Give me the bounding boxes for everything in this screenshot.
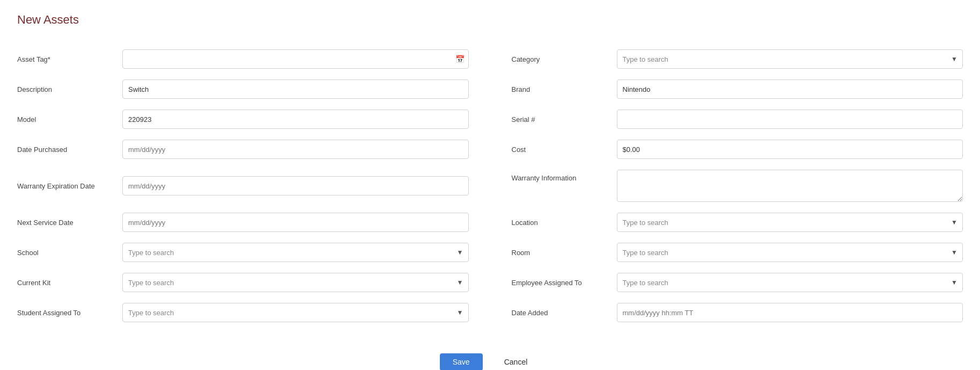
category-wrapper: Type to search ▼ [617, 49, 963, 69]
student-assigned-cell: Student Assigned To Type to search ▼ [17, 298, 490, 328]
school-label: School [17, 249, 114, 257]
student-assigned-select[interactable]: Type to search [122, 303, 469, 322]
current-kit-select[interactable]: Type to search [122, 273, 469, 292]
date-added-cell: Date Added [490, 298, 963, 328]
serial-label: Serial # [512, 115, 608, 124]
description-cell: Description [17, 74, 490, 104]
school-cell: School Type to search ▼ [17, 237, 490, 267]
category-label: Category [512, 55, 608, 63]
location-wrapper: Type to search ▼ [617, 213, 963, 232]
current-kit-label: Current Kit [17, 279, 114, 287]
page-container: New Assets Asset Tag* 📅 Category Type to… [0, 0, 980, 370]
next-service-date-cell: Next Service Date [17, 207, 490, 237]
room-cell: Room Type to search ▼ [490, 237, 963, 267]
model-label: Model [17, 115, 114, 124]
asset-tag-wrapper: 📅 [122, 49, 469, 69]
asset-tag-input[interactable] [122, 49, 469, 69]
cancel-button[interactable]: Cancel [491, 353, 541, 370]
school-select[interactable]: Type to search [122, 243, 469, 262]
location-label: Location [512, 219, 608, 227]
warranty-expiration-input[interactable] [122, 176, 469, 195]
warranty-expiration-cell: Warranty Expiration Date [17, 164, 490, 207]
student-assigned-label: Student Assigned To [17, 309, 114, 317]
room-select[interactable]: Type to search [617, 243, 963, 262]
date-added-label: Date Added [512, 309, 608, 317]
employee-assigned-label: Employee Assigned To [512, 279, 608, 287]
save-button[interactable]: Save [440, 353, 483, 370]
description-input[interactable] [122, 79, 469, 99]
brand-label: Brand [512, 85, 608, 93]
cost-label: Cost [512, 146, 608, 154]
asset-tag-cell: Asset Tag* 📅 [17, 44, 490, 74]
date-purchased-label: Date Purchased [17, 146, 114, 154]
current-kit-wrapper: Type to search ▼ [122, 273, 469, 292]
form-grid: Asset Tag* 📅 Category Type to search ▼ D… [17, 44, 963, 328]
asset-tag-label: Asset Tag* [17, 55, 114, 63]
model-input[interactable] [122, 110, 469, 129]
date-purchased-cell: Date Purchased [17, 134, 490, 164]
brand-input[interactable] [617, 79, 963, 99]
description-label: Description [17, 85, 114, 93]
warranty-info-cell: Warranty Information [490, 164, 963, 207]
employee-assigned-select[interactable]: Type to search [617, 273, 963, 292]
category-cell: Category Type to search ▼ [490, 44, 963, 74]
date-purchased-input[interactable] [122, 140, 469, 159]
cost-cell: Cost [490, 134, 963, 164]
location-cell: Location Type to search ▼ [490, 207, 963, 237]
warranty-info-label: Warranty Information [512, 170, 608, 182]
page-title: New Assets [17, 13, 963, 27]
brand-cell: Brand [490, 74, 963, 104]
cost-input[interactable] [617, 140, 963, 159]
warranty-info-textarea[interactable] [617, 170, 963, 202]
current-kit-cell: Current Kit Type to search ▼ [17, 267, 490, 298]
model-cell: Model [17, 104, 490, 134]
date-added-input[interactable] [617, 303, 963, 322]
serial-input[interactable] [617, 110, 963, 129]
form-actions: Save Cancel [17, 345, 963, 370]
room-label: Room [512, 249, 608, 257]
next-service-date-input[interactable] [122, 213, 469, 232]
student-assigned-wrapper: Type to search ▼ [122, 303, 469, 322]
room-wrapper: Type to search ▼ [617, 243, 963, 262]
serial-cell: Serial # [490, 104, 963, 134]
employee-assigned-cell: Employee Assigned To Type to search ▼ [490, 267, 963, 298]
employee-assigned-wrapper: Type to search ▼ [617, 273, 963, 292]
next-service-date-label: Next Service Date [17, 219, 114, 227]
category-select[interactable]: Type to search [617, 49, 963, 69]
location-select[interactable]: Type to search [617, 213, 963, 232]
school-wrapper: Type to search ▼ [122, 243, 469, 262]
warranty-expiration-label: Warranty Expiration Date [17, 182, 114, 190]
